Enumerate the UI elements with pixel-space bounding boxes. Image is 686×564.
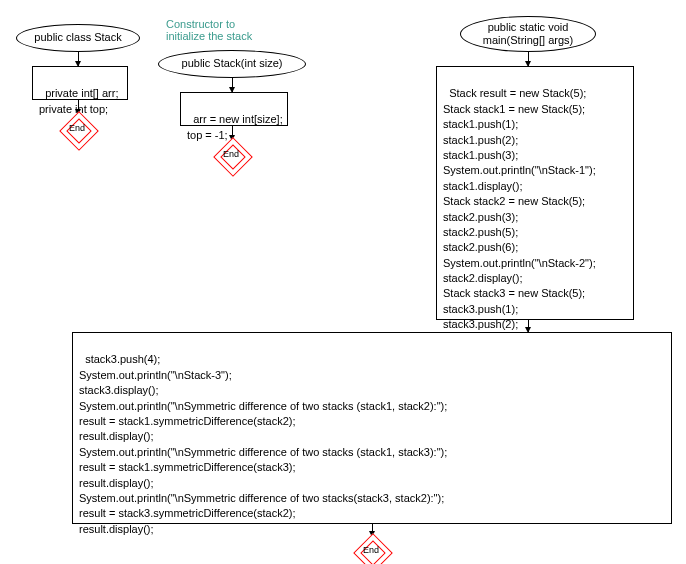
main-body1-text: Stack result = new Stack(5); Stack stack… [443,87,596,330]
arrow [78,52,79,66]
fields-node: private int[] arr; private int top; [32,66,128,100]
class-declaration-text: public class Stack [34,31,121,44]
main-declaration-text: public static void main(String[] args) [483,21,573,47]
arrow [232,78,233,92]
main-body2-node: stack3.push(4); System.out.println("\nSt… [72,332,672,524]
constructor-comment: Constructor to initialize the stack [166,18,252,42]
arrow [528,52,529,66]
end-label: End [69,123,85,133]
end-label: End [363,545,379,555]
main-body1-node: Stack result = new Stack(5); Stack stack… [436,66,634,320]
main-body2-text: stack3.push(4); System.out.println("\nSt… [79,353,447,534]
end-label: End [223,149,239,159]
arrow [528,320,529,332]
main-declaration-node: public static void main(String[] args) [460,16,596,52]
end-node: End [214,138,250,174]
end-node: End [60,112,96,148]
constructor-body-node: arr = new int[size]; top = -1; [180,92,288,126]
class-declaration-node: public class Stack [16,24,140,52]
constructor-declaration-text: public Stack(int size) [182,57,283,70]
constructor-declaration-node: public Stack(int size) [158,50,306,78]
end-node: End [354,534,390,564]
